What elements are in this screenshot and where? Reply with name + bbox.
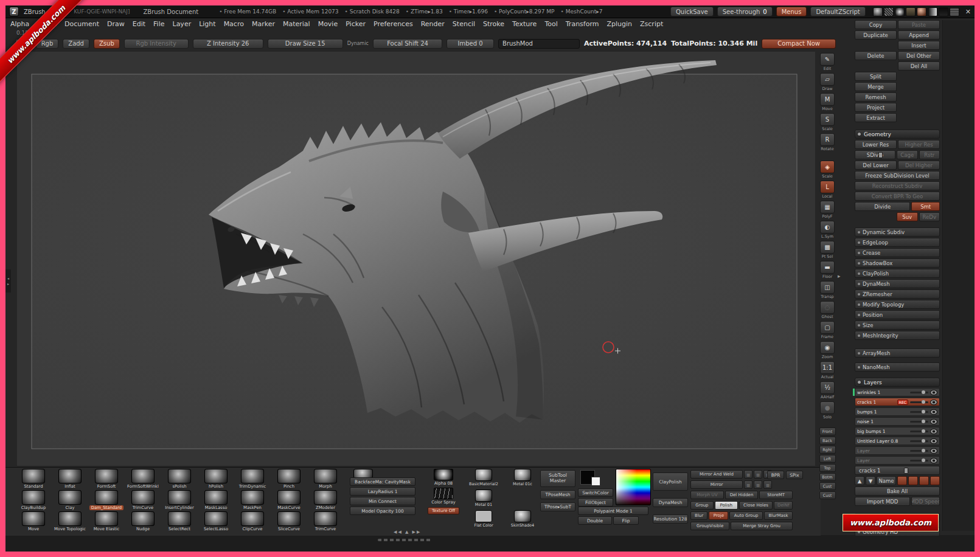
- panel-smt[interactable]: Smt: [911, 202, 940, 211]
- menus-button[interactable]: Menus: [776, 7, 807, 16]
- menu-picker[interactable]: Picker: [346, 20, 366, 28]
- action-proje[interactable]: Proje: [709, 511, 728, 520]
- layer-visibility-icon[interactable]: [930, 448, 937, 454]
- panel-lower-res[interactable]: Lower Res: [855, 140, 897, 149]
- mdd-speed-button[interactable]: MDD Speed: [911, 497, 940, 506]
- layer-row-big-bumps-1-4[interactable]: big bumps 1: [855, 427, 940, 435]
- brush-selectlasso[interactable]: SelectLasso: [198, 511, 234, 533]
- gradient-preview-icon[interactable]: [928, 7, 937, 16]
- bake-all-button[interactable]: Bake All: [855, 486, 940, 496]
- action-close-holes[interactable]: Close Holes: [739, 501, 773, 510]
- menu-material[interactable]: Material: [283, 20, 310, 28]
- selector-color-spray[interactable]: Color Spray: [431, 488, 456, 505]
- brush-preview-icon[interactable]: [873, 7, 883, 16]
- brush-spolish[interactable]: sPolish: [161, 469, 198, 490]
- menu-grid-icon[interactable]: [950, 7, 959, 16]
- menu-tool[interactable]: Tool: [544, 20, 557, 28]
- axis-toggle[interactable]: ▥: [754, 480, 762, 489]
- plugin-tpose-subt[interactable]: TPose▸SubT: [540, 502, 575, 511]
- panel-meshintegrity[interactable]: MeshIntegrity: [855, 331, 940, 340]
- action-storemt[interactable]: StoreMT: [759, 491, 793, 499]
- panel-delete[interactable]: Delete: [855, 51, 897, 60]
- panel-redv[interactable]: ReDv: [919, 212, 940, 221]
- plugin-tposemesh[interactable]: TPoseMesh: [540, 490, 575, 499]
- color-swatch-icon[interactable]: [939, 7, 948, 16]
- panel-remesh[interactable]: Remesh: [855, 92, 897, 102]
- menu-draw[interactable]: Draw: [107, 20, 125, 28]
- brush-inflat[interactable]: Inflat: [52, 469, 88, 490]
- layer-intensity-slider[interactable]: [910, 460, 928, 462]
- tray-nav-arrows[interactable]: ◀◀ ▲ ▶▶: [394, 530, 421, 535]
- layer-intensity-slider[interactable]: [910, 440, 928, 442]
- flip-button[interactable]: Flip: [613, 516, 639, 525]
- layer-visibility-icon[interactable]: [930, 429, 937, 434]
- selector-texture-off[interactable]: Texture Off: [428, 507, 459, 514]
- brush-hpolish[interactable]: hPolish: [198, 469, 234, 490]
- sculpt-viewport[interactable]: [17, 52, 815, 466]
- brush-trimdynamic[interactable]: TrimDynamic: [234, 469, 271, 490]
- view-front-0[interactable]: Front: [819, 427, 836, 435]
- brush-formsoft[interactable]: FormSoft: [88, 469, 125, 490]
- shelf-edit-button[interactable]: ✎Edit: [819, 53, 835, 71]
- panel-nanomesh[interactable]: NanoMesh: [855, 362, 940, 372]
- action-blurmask[interactable]: BlurMask: [764, 511, 793, 520]
- panel-extract[interactable]: Extract: [855, 113, 897, 122]
- panel-geometry[interactable]: Geometry: [855, 130, 940, 139]
- view-botm-5[interactable]: Botm: [819, 473, 836, 481]
- material-metal-01[interactable]: Metal 01: [464, 490, 503, 510]
- layer-row-wrinkles-1-0[interactable]: wrinkles 1: [855, 388, 940, 396]
- shelf-l-sym-button[interactable]: ◐L.Sym: [819, 221, 835, 239]
- layer-visibility-icon[interactable]: [930, 400, 937, 405]
- brush-trimcurve[interactable]: TrimCurve: [307, 511, 344, 533]
- brush-morph[interactable]: Morph: [307, 469, 344, 490]
- brush-standard[interactable]: Standard: [15, 469, 52, 490]
- action-mirror[interactable]: Mirror: [690, 480, 743, 489]
- brush-selectrect[interactable]: SelectRect: [161, 511, 198, 533]
- compact-now-button[interactable]: Compact Now: [762, 39, 836, 49]
- right-divider-handle[interactable]: ▸: [838, 273, 841, 279]
- shelf-zoom-button[interactable]: ◉Zoom: [819, 341, 835, 359]
- brush-masklasso[interactable]: MaskLasso: [198, 490, 234, 511]
- secondary-color-swatch[interactable]: [591, 477, 600, 486]
- shelf-ghost-button[interactable]: ◌Ghost: [819, 301, 835, 319]
- panel-project[interactable]: Project: [855, 103, 897, 112]
- brush-trimcurve[interactable]: TrimCurve: [125, 490, 161, 511]
- fillobject-button[interactable]: FillObject: [578, 498, 613, 507]
- brush-maskcurve[interactable]: MaskCurve: [271, 490, 307, 511]
- axis-toggle[interactable]: ▥: [744, 480, 752, 489]
- layer-visibility-icon[interactable]: [930, 438, 937, 444]
- brush-move-topologic[interactable]: Move Topologic: [52, 511, 88, 533]
- menu-preferences[interactable]: Preferences: [374, 20, 413, 28]
- menu-stencil[interactable]: Stencil: [453, 20, 475, 28]
- layer-row-bumps-1-2[interactable]: bumps 1: [855, 407, 940, 416]
- panel-duplicate[interactable]: Duplicate: [855, 30, 897, 40]
- brush-insertcylinder[interactable]: InsertCylinder: [161, 490, 198, 511]
- view-left-3[interactable]: Left: [819, 455, 836, 463]
- material-skinshade4[interactable]: SkinShade4: [503, 510, 542, 531]
- alpha-preview-icon[interactable]: [895, 7, 905, 16]
- layer-active-slider[interactable]: cracks 1: [855, 466, 940, 475]
- menu-render[interactable]: Render: [421, 20, 445, 28]
- brush-claybuildup[interactable]: ClayBuildup: [15, 490, 52, 511]
- slider-lazyradius-1[interactable]: LazyRadius 1: [350, 487, 415, 496]
- view-rght-2[interactable]: Rght: [819, 446, 836, 454]
- menu-macro[interactable]: Macro: [224, 20, 244, 28]
- shelf-aahalf-button[interactable]: ½AAHalf: [819, 381, 835, 400]
- axis-toggle[interactable]: ▥: [744, 470, 752, 479]
- see-through-button[interactable]: See-through0: [717, 7, 773, 16]
- brush-maskpen[interactable]: MaskPen: [234, 490, 271, 511]
- action-delnf[interactable]: DelNf: [774, 501, 793, 510]
- view-cust-7[interactable]: Cust: [819, 491, 836, 499]
- imbed-slider[interactable]: Imbed 0: [447, 39, 494, 49]
- dynamesh-button[interactable]: DynaMesh: [653, 498, 688, 507]
- panel-zremesher[interactable]: ZRemesher: [855, 289, 940, 299]
- shelf-draw-button[interactable]: ▱Draw: [819, 73, 835, 91]
- panel-insert[interactable]: Insert: [898, 41, 940, 50]
- panel-merge[interactable]: Merge: [855, 82, 897, 91]
- panel-divide[interactable]: Divide: [855, 202, 910, 211]
- menu-zscript[interactable]: Zscript: [640, 20, 663, 28]
- action-del-hidden[interactable]: Del Hidden: [725, 491, 759, 499]
- brush-clay[interactable]: Clay: [52, 490, 88, 511]
- layer-up-button[interactable]: ▲: [855, 476, 864, 485]
- panel-append[interactable]: Append: [898, 30, 940, 40]
